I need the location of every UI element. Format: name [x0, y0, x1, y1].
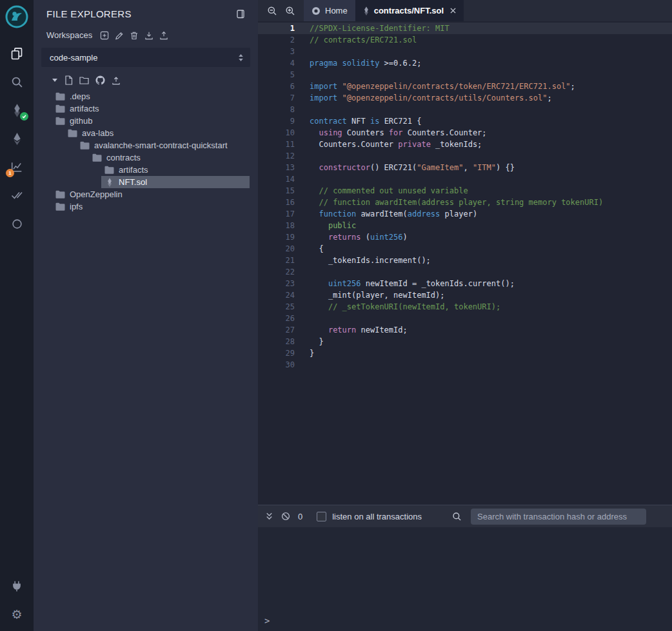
create-workspace-icon[interactable] — [100, 31, 109, 40]
line-number[interactable]: 19 — [258, 231, 295, 243]
code-line-4[interactable]: 4pragma solidity >=0.6.2; — [258, 57, 672, 69]
code-line-8[interactable]: 8 — [258, 104, 672, 115]
line-number[interactable]: 30 — [258, 359, 295, 371]
code-line-5[interactable]: 5 — [258, 69, 672, 81]
line-number[interactable]: 1 — [258, 23, 295, 34]
settings-gear-icon[interactable]: ⚙ — [0, 600, 34, 628]
code-line-21[interactable]: 21 _tokenIds.increment(); — [258, 255, 672, 266]
new-file-icon[interactable] — [64, 75, 73, 85]
workspace-select[interactable]: code-sample — [41, 48, 250, 67]
listen-transactions-checkbox[interactable] — [317, 512, 326, 521]
code-line-3[interactable]: 3 — [258, 46, 672, 57]
line-number[interactable]: 24 — [258, 289, 295, 301]
code-line-6[interactable]: 6import "@openzeppelin/contracts/token/E… — [258, 81, 672, 92]
code-line-14[interactable]: 14 — [258, 173, 672, 185]
tab-contracts-nft-sol[interactable]: contracts/NFT.sol — [355, 0, 464, 21]
line-number[interactable]: 5 — [258, 69, 295, 81]
code-line-7[interactable]: 7import "@openzeppelin/contracts/utils/C… — [258, 92, 672, 104]
plugin-manager-icon[interactable] — [0, 572, 34, 600]
tree-folder-contracts[interactable]: contracts — [34, 151, 258, 164]
code-line-10[interactable]: 10 using Counters for Counters.Counter; — [258, 127, 672, 139]
zoom-in-icon[interactable] — [285, 6, 295, 16]
code-line-18[interactable]: 18 public — [258, 220, 672, 231]
line-number[interactable]: 9 — [258, 115, 295, 127]
line-number[interactable]: 14 — [258, 173, 295, 185]
line-number[interactable]: 3 — [258, 46, 295, 57]
line-number[interactable]: 2 — [258, 34, 295, 46]
line-number[interactable]: 10 — [258, 127, 295, 139]
line-number[interactable]: 4 — [258, 57, 295, 69]
tree-folder-artifacts[interactable]: artifacts — [34, 102, 258, 115]
circle-plugin-icon[interactable] — [0, 209, 34, 238]
code-line-27[interactable]: 27 return newItemId; — [258, 324, 672, 336]
clear-console-icon[interactable] — [281, 512, 290, 521]
line-number[interactable]: 6 — [258, 81, 295, 92]
line-number[interactable]: 21 — [258, 255, 295, 266]
search-icon[interactable] — [0, 68, 34, 96]
line-number[interactable]: 28 — [258, 336, 295, 347]
listen-transactions-toggle[interactable]: listen on all transactions — [317, 512, 422, 521]
new-folder-icon[interactable] — [79, 76, 89, 84]
code-line-9[interactable]: 9contract NFT is ERC721 { — [258, 115, 672, 127]
tree-folder-OpenZeppelin[interactable]: OpenZeppelin — [34, 188, 258, 200]
code-line-20[interactable]: 20 { — [258, 243, 672, 255]
panel-book-icon[interactable] — [236, 9, 245, 19]
tree-folder-artifacts[interactable]: artifacts — [34, 164, 258, 176]
file-explorer-icon[interactable] — [0, 39, 34, 68]
line-number[interactable]: 16 — [258, 197, 295, 208]
code-line-25[interactable]: 25 // _setTokenURI(newItemId, tokenURI); — [258, 301, 672, 313]
code-line-30[interactable]: 30 — [258, 359, 672, 371]
code-line-23[interactable]: 23 uint256 newItemId = _tokenIds.current… — [258, 278, 672, 289]
code-line-15[interactable]: 15 // commented out unused variable — [258, 185, 672, 197]
github-icon[interactable] — [95, 75, 105, 85]
download-workspaces-icon[interactable] — [144, 31, 153, 40]
line-number[interactable]: 27 — [258, 324, 295, 336]
solidity-compiler-icon[interactable] — [0, 96, 34, 124]
collapse-caret-icon[interactable] — [52, 77, 58, 83]
line-number[interactable]: 26 — [258, 313, 295, 324]
code-line-12[interactable]: 12 — [258, 150, 672, 162]
delete-workspace-icon[interactable] — [130, 31, 139, 40]
line-number[interactable]: 8 — [258, 104, 295, 115]
tree-folder-ipfs[interactable]: ipfs — [34, 200, 258, 213]
line-number[interactable]: 23 — [258, 278, 295, 289]
line-number[interactable]: 7 — [258, 92, 295, 104]
terminal-search-input[interactable] — [471, 509, 646, 525]
tree-file-NFT.sol[interactable]: NFT.sol — [34, 176, 258, 188]
code-line-26[interactable]: 26 — [258, 313, 672, 324]
line-number[interactable]: 20 — [258, 243, 295, 255]
tree-folder-.deps[interactable]: .deps — [34, 90, 258, 102]
zoom-out-icon[interactable] — [267, 6, 277, 16]
code-editor[interactable]: 1//SPDX-License-Identifier: MIT2// contr… — [258, 21, 672, 505]
tab-home[interactable]: Home — [304, 0, 355, 21]
line-number[interactable]: 15 — [258, 185, 295, 197]
line-number[interactable]: 17 — [258, 208, 295, 220]
line-number[interactable]: 18 — [258, 220, 295, 231]
code-line-24[interactable]: 24 _mint(player, newItemId); — [258, 289, 672, 301]
code-line-2[interactable]: 2// contracts/ERC721.sol — [258, 34, 672, 46]
upload-file-icon[interactable] — [112, 76, 121, 85]
restore-workspaces-icon[interactable] — [159, 31, 168, 40]
code-line-19[interactable]: 19 returns (uint256) — [258, 231, 672, 243]
code-line-16[interactable]: 16 // function awardItem(address player,… — [258, 197, 672, 208]
code-line-28[interactable]: 28 } — [258, 336, 672, 347]
tree-folder-github[interactable]: github — [34, 115, 258, 127]
code-line-29[interactable]: 29} — [258, 347, 672, 359]
line-number[interactable]: 29 — [258, 347, 295, 359]
terminal-output[interactable]: > — [258, 527, 672, 631]
code-line-22[interactable]: 22 — [258, 266, 672, 278]
rename-workspace-icon[interactable] — [115, 31, 124, 40]
code-line-1[interactable]: 1//SPDX-License-Identifier: MIT — [258, 23, 672, 34]
code-line-11[interactable]: 11 Counters.Counter private _tokenIds; — [258, 139, 672, 150]
line-number[interactable]: 12 — [258, 150, 295, 162]
line-number[interactable]: 11 — [258, 139, 295, 150]
unit-testing-icon[interactable] — [0, 181, 34, 209]
code-line-17[interactable]: 17 function awardItem(address player) — [258, 208, 672, 220]
code-line-13[interactable]: 13 constructor() ERC721("GameItem", "ITM… — [258, 162, 672, 173]
deploy-run-icon[interactable] — [0, 124, 34, 153]
expand-terminal-icon[interactable] — [265, 512, 273, 521]
close-tab-icon[interactable] — [450, 8, 456, 14]
line-number[interactable]: 25 — [258, 301, 295, 313]
line-number[interactable]: 22 — [258, 266, 295, 278]
tree-folder-ava-labs[interactable]: ava-labs — [34, 127, 258, 139]
